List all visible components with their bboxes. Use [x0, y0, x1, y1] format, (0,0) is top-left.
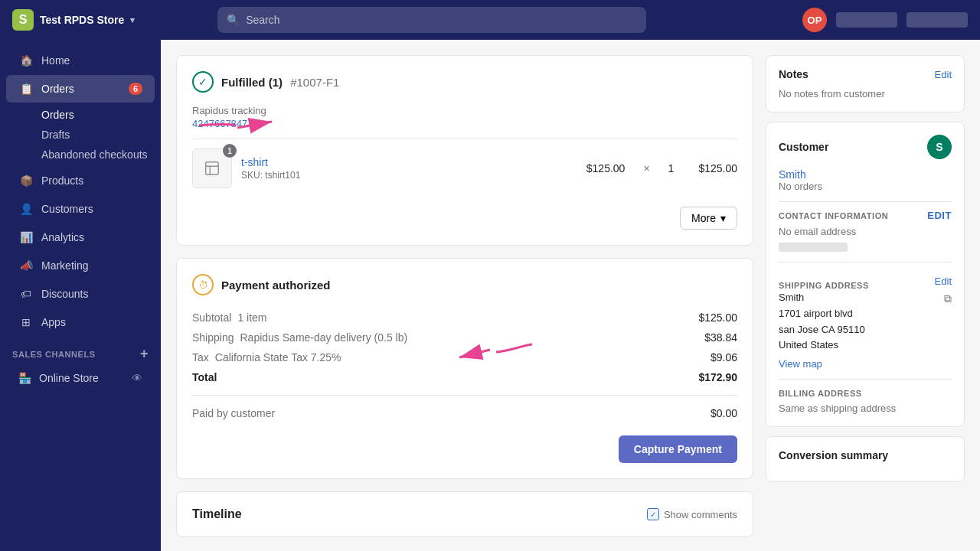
product-qty-badge: 1	[223, 144, 237, 158]
copy-icon[interactable]: ⧉	[944, 290, 952, 307]
paid-label: Paid by customer	[192, 407, 275, 419]
shipping-row: Shipping Rapidus Same-day delivery (0.5 …	[192, 328, 737, 347]
paid-amount: $0.00	[710, 407, 737, 419]
customers-icon: 👤	[18, 201, 34, 217]
show-comments-label: Show comments	[664, 509, 737, 520]
payment-card: ⏱ Payment authorized Subtotal 1 item $12…	[176, 258, 753, 479]
product-multiply: ×	[634, 162, 658, 174]
timeline-header: Timeline ✓ Show comments	[192, 507, 737, 521]
sidebar-sub-abandoned[interactable]: Abandoned checkouts	[35, 145, 161, 165]
sidebar-marketing-label: Marketing	[41, 259, 88, 272]
search-bar[interactable]: 🔍	[217, 7, 646, 33]
contact-email: No email address	[779, 226, 952, 237]
subtotal-row: Subtotal 1 item $125.00	[192, 308, 737, 328]
product-price: $125.00	[586, 162, 626, 174]
notes-edit-button[interactable]: Edit	[935, 69, 952, 80]
eye-icon[interactable]: 👁	[132, 372, 142, 384]
shopify-icon: S	[12, 9, 34, 31]
products-icon: 📦	[18, 173, 34, 188]
brand-logo[interactable]: S Test RPDS Store ▾	[12, 9, 135, 31]
capture-payment-button[interactable]: Capture Payment	[619, 435, 737, 463]
sidebar-home-label: Home	[41, 54, 70, 67]
topnav-right: OP	[802, 8, 968, 32]
sidebar-apps-label: Apps	[41, 316, 66, 328]
brand-name: Test RPDS Store	[40, 14, 124, 26]
fulfilled-card: ✓ Fulfilled (1) #1007-F1 Rapidus trackin…	[176, 55, 753, 246]
show-comments-checkbox[interactable]: ✓	[647, 508, 659, 520]
search-input[interactable]	[246, 14, 637, 26]
more-button[interactable]: More ▾	[680, 207, 737, 230]
center-column: ✓ Fulfilled (1) #1007-F1 Rapidus trackin…	[176, 55, 753, 537]
tax-row: Tax California State Tax 7.25% $9.06	[192, 347, 737, 367]
home-icon: 🏠	[18, 53, 34, 68]
shipping-edit-button[interactable]: Edit	[935, 276, 952, 287]
sidebar-item-products[interactable]: 📦 Products	[6, 167, 155, 194]
sidebar-item-apps[interactable]: ⊞ Apps	[6, 308, 155, 336]
orders-icon: 📋	[18, 81, 34, 96]
clock-icon: ⏱	[192, 274, 214, 295]
payment-status: Payment authorized	[221, 279, 331, 292]
contact-section-label: CONTACT INFORMATION Edit	[779, 211, 952, 221]
orders-badge: 6	[129, 83, 142, 95]
orders-submenu: Orders Drafts Abandoned checkouts	[0, 103, 161, 166]
show-comments-toggle[interactable]: ✓ Show comments	[647, 508, 737, 520]
sidebar-item-analytics[interactable]: 📊 Analytics	[6, 223, 155, 251]
product-total: $125.00	[698, 162, 737, 174]
sidebar-item-discounts[interactable]: 🏷 Discounts	[6, 280, 155, 308]
tax-label: Tax	[192, 351, 209, 364]
product-row: 1 t-shirt SKU: tshirt101 $125.00 × 1 $12…	[192, 139, 737, 197]
timeline-title: Timeline	[192, 507, 242, 521]
sidebar-item-orders[interactable]: 📋 Orders 6	[6, 75, 155, 103]
shipping-country: United States	[779, 337, 952, 354]
tracking-number[interactable]: 4247667847	[192, 118, 737, 129]
layout: 🏠 Home 📋 Orders 6 Orders Drafts Abandone…	[0, 40, 980, 551]
search-icon: 🔍	[227, 14, 240, 26]
apps-icon: ⊞	[18, 315, 34, 330]
sales-channels-label: SALES CHANNELS +	[0, 337, 161, 365]
sidebar-item-home[interactable]: 🏠 Home	[6, 47, 155, 74]
customer-orders: No orders	[779, 181, 952, 192]
fulfilled-order-id: #1007-F1	[290, 76, 339, 89]
sidebar: 🏠 Home 📋 Orders 6 Orders Drafts Abandone…	[0, 40, 161, 551]
sidebar-sub-drafts[interactable]: Drafts	[35, 125, 161, 145]
notes-panel: Notes Edit No notes from customer	[766, 55, 965, 112]
conversion-panel: Conversion summary	[766, 436, 965, 482]
shipping-city: san Jose CA 95110	[779, 322, 952, 338]
shipping-label: Shipping	[192, 331, 234, 344]
product-sku: SKU: tshirt101	[241, 170, 577, 181]
customer-avatar: S	[927, 135, 952, 159]
sidebar-item-customers[interactable]: 👤 Customers	[6, 195, 155, 223]
sidebar-discounts-label: Discounts	[41, 288, 88, 300]
contact-edit-button[interactable]: Edit	[927, 210, 952, 221]
avatar[interactable]: OP	[802, 8, 827, 32]
total-amount: $172.90	[698, 371, 737, 383]
svg-rect-0	[206, 162, 219, 175]
total-label: Total	[192, 371, 217, 383]
customer-section-title: Customer	[779, 141, 828, 153]
sidebar-item-online-store[interactable]: 🏪 Online Store 👁	[6, 366, 155, 390]
customer-header: Customer S	[779, 135, 952, 159]
view-map-link[interactable]: View map	[779, 358, 952, 370]
fulfilled-check-icon: ✓	[192, 71, 214, 93]
topnav: S Test RPDS Store ▾ 🔍 OP	[0, 0, 980, 40]
fulfilled-header: ✓ Fulfilled (1) #1007-F1	[192, 71, 737, 93]
customer-name-link[interactable]: Smith	[779, 168, 806, 181]
product-quantity: 1	[668, 162, 675, 174]
sidebar-item-marketing[interactable]: 📣 Marketing	[6, 252, 155, 279]
fulfilled-status: Fulfilled (1) #1007-F1	[221, 76, 339, 89]
sidebar-sub-orders[interactable]: Orders	[35, 105, 161, 125]
product-name[interactable]: t-shirt	[241, 156, 577, 168]
main-content: ✓ Fulfilled (1) #1007-F1 Rapidus trackin…	[161, 40, 980, 551]
conversion-title: Conversion summary	[779, 449, 888, 461]
shipping-section-label: SHIPPING ADDRESS	[779, 281, 869, 290]
online-store-icon: 🏪	[18, 372, 31, 384]
analytics-icon: 📊	[18, 230, 34, 245]
topnav-user-name	[836, 12, 897, 28]
sidebar-orders-label: Orders	[41, 83, 74, 95]
add-sales-channel-button[interactable]: +	[140, 346, 149, 362]
contact-phone-blurred	[779, 243, 848, 252]
discounts-icon: 🏷	[18, 286, 34, 302]
product-image-wrap: 1	[192, 148, 232, 188]
tax-detail: California State Tax 7.25%	[215, 351, 341, 364]
payment-header: ⏱ Payment authorized	[192, 274, 737, 295]
